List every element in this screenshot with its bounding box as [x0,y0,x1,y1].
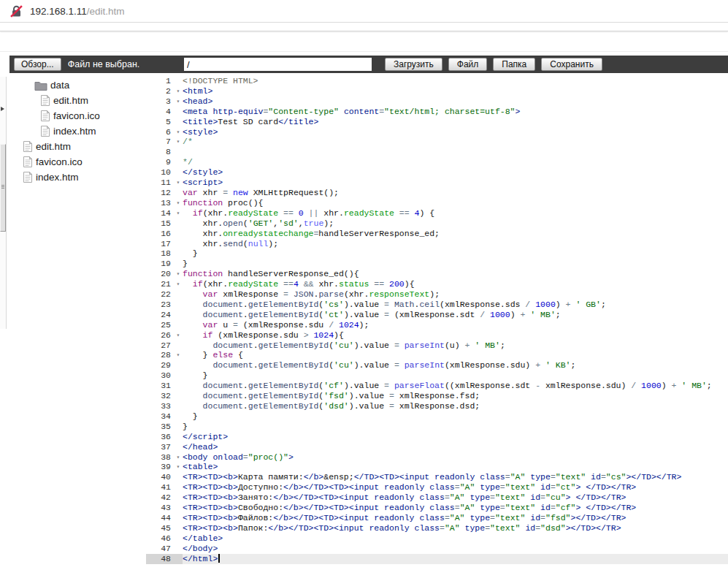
editor-line-17[interactable]: 17 xhr.send(null); [146,239,728,249]
save-button[interactable]: Сохранить [541,58,602,71]
code-text[interactable]: document.getElementById('cu').value = pa… [183,360,728,370]
editor-line-43[interactable]: 43<TR><TD><b>Свободно:</b></TD><TD><inpu… [146,503,728,513]
fold-arrow-icon[interactable]: ▾ [174,462,183,472]
editor-line-8[interactable]: 8 [146,147,728,157]
code-text[interactable]: } else { [183,350,728,360]
code-text[interactable]: } [183,248,728,259]
line-number[interactable]: 31 [146,381,174,391]
line-number[interactable]: 5 [146,117,174,127]
code-text[interactable]: </html> [183,554,728,564]
line-number[interactable]: 38 [146,452,174,463]
line-number[interactable]: 7 [146,137,174,147]
editor-line-13[interactable]: 13▾function proc(){ [146,198,728,208]
editor-line-37[interactable]: 37</head> [146,442,728,452]
code-text[interactable]: <TR><TD><b>Доступно:</b></TD><TD><input … [183,482,728,493]
editor-line-10[interactable]: 10</style> [146,167,728,178]
code-text[interactable]: <TR><TD><b>Папок:</b></TD><TD><input rea… [183,523,728,533]
line-number[interactable]: 29 [146,360,174,370]
line-number[interactable]: 23 [146,300,174,310]
tree-item-data-0[interactable]: data [10,77,143,93]
line-number[interactable]: 1 [146,76,174,86]
editor-line-4[interactable]: 4<meta http-equiv="Content-type" content… [146,107,728,117]
line-number[interactable]: 22 [146,289,174,300]
code-text[interactable]: <head> [183,96,728,107]
code-text[interactable]: <script> [183,178,728,188]
code-text[interactable]: if(xhr.readyState == 0 || xhr.readyState… [183,208,728,218]
fold-arrow-icon[interactable]: ▾ [174,137,183,147]
editor-line-6[interactable]: 6▾<style> [146,127,728,137]
editor-line-1[interactable]: 1<!DOCTYPE HTML> [146,76,728,86]
line-number[interactable]: 6 [146,127,174,137]
code-text[interactable]: document.getElementById('cf').value = pa… [183,381,728,391]
editor-line-23[interactable]: 23 document.getElementById('cs').value =… [146,300,728,310]
tree-item-index-htm-3[interactable]: index.htm [10,123,143,139]
editor-line-21[interactable]: 21▾ if(xhr.readyState ==4 && xhr.status … [146,279,728,289]
editor-line-30[interactable]: 30 } [146,370,728,381]
editor-line-5[interactable]: 5<title>Test SD card</title> [146,117,728,127]
line-number[interactable]: 41 [146,482,174,493]
code-text[interactable] [183,147,728,157]
code-text[interactable]: } [183,259,728,269]
editor-line-24[interactable]: 24 document.getElementById('ct').value =… [146,310,728,320]
code-text[interactable]: xhr.onreadystatechange=handleServerRespo… [183,229,728,239]
code-text[interactable]: <title>Test SD card</title> [183,117,728,127]
line-number[interactable]: 12 [146,188,174,198]
line-number[interactable]: 27 [146,341,174,351]
code-text[interactable]: */ [183,157,728,167]
editor-line-31[interactable]: 31 document.getElementById('cf').value =… [146,381,728,391]
editor-line-12[interactable]: 12var xhr = new XMLHttpRequest(); [146,188,728,198]
line-number[interactable]: 3 [146,96,174,107]
line-number[interactable]: 28 [146,350,174,360]
editor-line-16[interactable]: 16 xhr.onreadystatechange=handleServerRe… [146,229,728,239]
line-number[interactable]: 21 [146,279,174,289]
upload-button[interactable]: Загрузить [385,58,442,71]
editor-line-25[interactable]: 25 var u = (xmlResponse.sdu / 1024); [146,320,728,330]
editor-line-45[interactable]: 45<TR><TD><b>Папок:</b></TD><TD><input r… [146,523,728,533]
line-number[interactable]: 43 [146,503,174,513]
line-number[interactable]: 19 [146,259,174,269]
code-text[interactable]: </table> [183,533,728,544]
code-text[interactable]: </body> [183,544,728,554]
tree-item-favicon-ico-5[interactable]: favicon.ico [10,154,143,170]
editor-line-15[interactable]: 15 xhr.open('GET','sd',true); [146,218,728,229]
line-number[interactable]: 2 [146,86,174,96]
line-number[interactable]: 20 [146,269,174,279]
code-text[interactable]: <style> [183,127,728,137]
editor-line-3[interactable]: 3▾<head> [146,96,728,107]
line-number[interactable]: 46 [146,533,174,544]
code-text[interactable]: <TR><TD><b>Свободно:</b></TD><TD><input … [183,503,728,513]
fold-arrow-icon[interactable]: ▾ [174,96,183,107]
code-text[interactable]: } [183,422,728,432]
line-number[interactable]: 26 [146,330,174,341]
editor-line-36[interactable]: 36</script> [146,432,728,442]
code-text[interactable]: if(xhr.readyState ==4 && xhr.status == 2… [183,279,728,289]
fold-arrow-icon[interactable]: ▾ [174,452,183,463]
editor-line-11[interactable]: 11▾<script> [146,178,728,188]
code-text[interactable]: <TR><TD><b>Карта памяти:</b>&ensp;</TD><… [183,472,728,482]
line-number[interactable]: 33 [146,401,174,411]
editor-line-38[interactable]: 38▾<body onload="proc()"> [146,452,728,463]
tree-item-edit-htm-4[interactable]: edit.htm [10,139,143,154]
code-text[interactable]: xhr.send(null); [183,239,728,249]
editor-line-44[interactable]: 44<TR><TD><b>Файлов:</b></TD><TD><input … [146,513,728,523]
line-number[interactable]: 8 [146,147,174,157]
editor-line-28[interactable]: 28▾ } else { [146,350,728,360]
line-number[interactable]: 45 [146,523,174,533]
line-number[interactable]: 30 [146,370,174,381]
line-number[interactable]: 17 [146,239,174,249]
line-number[interactable]: 35 [146,422,174,432]
line-number[interactable]: 13 [146,198,174,208]
code-text[interactable]: <html> [183,86,728,96]
line-number[interactable]: 40 [146,472,174,482]
line-number[interactable]: 32 [146,391,174,401]
editor-line-35[interactable]: 35} [146,422,728,432]
connection-not-secure-icon[interactable] [9,4,23,18]
code-text[interactable]: } [183,411,728,422]
new-folder-button[interactable]: Папка [493,58,535,71]
editor-line-46[interactable]: 46</table> [146,533,728,544]
code-text[interactable]: if (xmlResponse.sdu > 1024){ [183,330,728,341]
editor-line-20[interactable]: 20▾function handleServerResponse_ed(){ [146,269,728,279]
code-text[interactable]: xhr.open('GET','sd',true); [183,218,728,229]
fold-arrow-icon[interactable]: ▾ [174,86,183,96]
line-number[interactable]: 24 [146,310,174,320]
